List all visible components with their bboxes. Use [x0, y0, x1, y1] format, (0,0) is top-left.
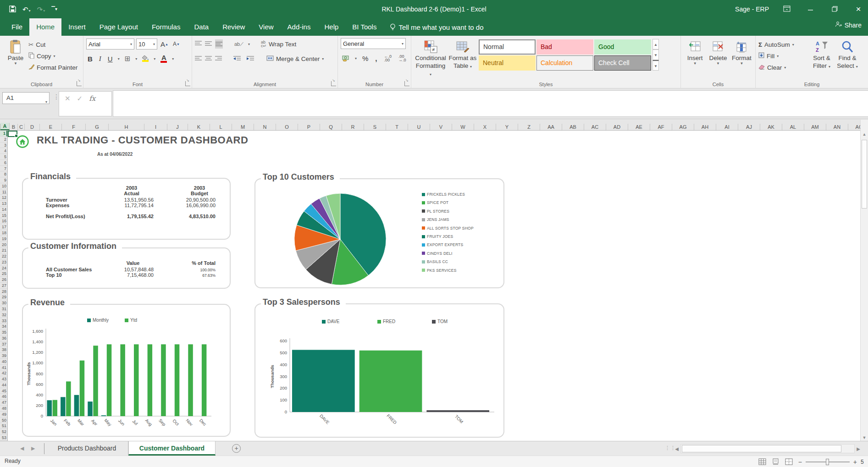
row-header-14[interactable]: 14 [0, 207, 7, 213]
accounting-format-icon[interactable] [341, 55, 351, 61]
column-header-K[interactable]: K [188, 124, 210, 130]
accounting-caret[interactable]: ▾ [355, 56, 357, 60]
number-dialog-launcher[interactable] [404, 81, 409, 86]
horizontal-scrollbar[interactable]: ◀ ▶ [673, 444, 862, 454]
row-header-29[interactable]: 29 [0, 294, 7, 300]
row-header-16[interactable]: 16 [0, 218, 7, 224]
row-header-5[interactable]: 5 [0, 154, 7, 160]
clear-button[interactable]: Clear▾ [758, 62, 809, 72]
row-header-41[interactable]: 41 [0, 365, 7, 371]
column-header-Z[interactable]: Z [518, 124, 540, 130]
column-header-AF[interactable]: AF [650, 124, 672, 130]
cell-style-normal[interactable]: Normal [479, 39, 536, 55]
row-header-27[interactable]: 27 [0, 283, 7, 289]
column-header-Y[interactable]: Y [496, 124, 518, 130]
find-select-button[interactable]: Find &Select ▾ [835, 38, 860, 72]
align-top-icon[interactable] [195, 40, 202, 48]
name-box[interactable]: A1▾ [2, 92, 50, 104]
insert-function-icon[interactable]: fx [89, 94, 95, 103]
column-header-AK[interactable]: AK [760, 124, 782, 130]
row-header-22[interactable]: 22 [0, 253, 7, 259]
zoom-in-icon[interactable]: + [853, 458, 857, 466]
row-header-9[interactable]: 9 [0, 177, 7, 183]
row-header-2[interactable]: 2 [0, 137, 7, 143]
column-header-AG[interactable]: AG [672, 124, 694, 130]
align-middle-icon[interactable] [205, 40, 212, 48]
paste-button[interactable]: Paste ▼ [3, 38, 28, 72]
row-header-43[interactable]: 43 [0, 376, 7, 382]
font-color-icon[interactable]: A [159, 55, 168, 63]
row-header-34[interactable]: 34 [0, 324, 7, 330]
row-header-38[interactable]: 38 [0, 347, 7, 353]
percent-style-icon[interactable]: % [361, 55, 370, 62]
tab-home[interactable]: Home [29, 18, 61, 36]
row-header-3[interactable]: 3 [0, 143, 7, 148]
revenue-bar-monthly-feb[interactable] [61, 397, 66, 416]
row-header-51[interactable]: 51 [0, 423, 7, 429]
minimize-button[interactable] [805, 5, 817, 13]
row-header-40[interactable]: 40 [0, 359, 7, 365]
decrease-font-icon[interactable]: A▼ [171, 41, 181, 47]
row-header-4[interactable]: 4 [0, 148, 7, 154]
font-color-caret[interactable]: ▾ [172, 57, 174, 61]
row-header-45[interactable]: 45 [0, 388, 7, 394]
row-header-35[interactable]: 35 [0, 330, 7, 335]
column-header-AM[interactable]: AM [804, 124, 826, 130]
column-header-J[interactable]: J [167, 124, 188, 130]
row-header-11[interactable]: 11 [0, 189, 7, 195]
row-header-28[interactable]: 28 [0, 289, 7, 295]
cancel-entry-icon[interactable]: ✕ [65, 94, 71, 103]
sheet-tab-products-dashboard[interactable]: Products Dashboard [46, 441, 128, 456]
new-sheet-button[interactable]: + [232, 444, 241, 453]
format-as-table-button[interactable]: Format asTable ▾ [447, 38, 478, 80]
revenue-bar-ytd-sep[interactable] [161, 344, 166, 416]
page-layout-view-icon[interactable] [772, 458, 780, 465]
tab-file[interactable]: File [5, 18, 29, 36]
vertical-scrollbar[interactable]: ▲ ▼ [860, 120, 868, 441]
revenue-bar-chart[interactable]: 02004006008001,0001,2001,4001,600Thousan… [23, 305, 230, 436]
tab-page-layout[interactable]: Page Layout [93, 18, 145, 36]
align-center-icon[interactable] [205, 55, 212, 63]
normal-view-icon[interactable] [758, 458, 766, 465]
row-header-18[interactable]: 18 [0, 230, 7, 236]
cell-style-neutral[interactable]: Neutral [479, 55, 536, 71]
column-header-O[interactable]: O [276, 124, 298, 130]
column-header-C[interactable]: C [18, 124, 25, 130]
column-header-AE[interactable]: AE [628, 124, 650, 130]
number-format-combo[interactable]: General▾ [341, 38, 406, 49]
cell-style-bad[interactable]: Bad [536, 39, 593, 55]
sheet-nav-left-icon[interactable]: ◀ [20, 445, 24, 451]
row-header-50[interactable]: 50 [0, 418, 7, 423]
wrap-text-button[interactable]: abc↵ Wrap Text [261, 39, 296, 49]
revenue-bar-ytd-jan[interactable] [53, 400, 58, 416]
row-header-36[interactable]: 36 [0, 335, 7, 341]
column-header-G[interactable]: G [86, 124, 109, 130]
column-header-R[interactable]: R [342, 124, 364, 130]
ribbon-display-options-icon[interactable] [781, 5, 793, 13]
bold-button[interactable]: B [86, 55, 94, 63]
tab-insert[interactable]: Insert [61, 18, 93, 36]
revenue-bar-monthly-mar[interactable] [74, 395, 79, 416]
row-header-52[interactable]: 52 [0, 429, 7, 435]
column-header-AH[interactable]: AH [694, 124, 716, 130]
sheet-nav-right-icon[interactable]: ▶ [31, 445, 35, 451]
row-header-24[interactable]: 24 [0, 265, 7, 271]
column-header-B[interactable]: B [10, 124, 18, 130]
font-size-combo[interactable]: 10▾ [136, 38, 157, 49]
orientation-icon[interactable]: ab⟋ [233, 41, 245, 47]
decrease-decimal-icon[interactable]: .00→.0 [397, 55, 408, 62]
row-header-23[interactable]: 23 [0, 259, 7, 265]
format-painter-button[interactable]: Format Painter [28, 62, 77, 72]
row-header-1[interactable]: 1 [0, 131, 7, 137]
tell-me-box[interactable]: Tell me what you want to do [383, 18, 490, 36]
formula-input[interactable] [113, 90, 868, 117]
revenue-bar-ytd-jul[interactable] [134, 344, 139, 416]
revenue-bar-ytd-nov[interactable] [188, 344, 193, 416]
hscroll-right-icon[interactable]: ▶ [855, 446, 862, 451]
fill-button[interactable]: Fill▾ [758, 51, 809, 61]
styles-gallery-more-icon[interactable]: ▼ [652, 60, 659, 71]
increase-indent-icon[interactable] [245, 56, 255, 61]
row-header-37[interactable]: 37 [0, 341, 7, 347]
row-header-10[interactable]: 10 [0, 183, 7, 189]
row-header-7[interactable]: 7 [0, 166, 7, 172]
